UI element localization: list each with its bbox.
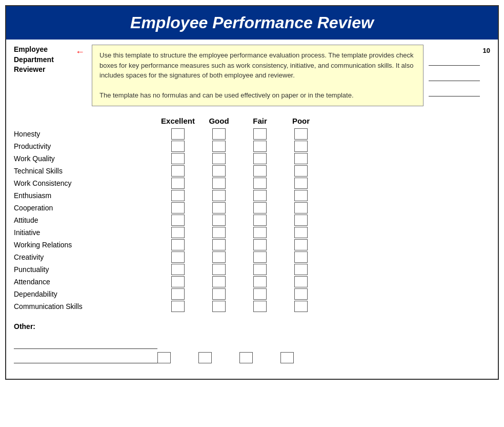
checkbox-excellent[interactable] — [171, 251, 185, 263]
other-cb-excellent[interactable] — [157, 352, 171, 363]
arrow-icon: ← — [75, 47, 85, 57]
other-cb-poor[interactable] — [280, 352, 294, 363]
checkbox-fair[interactable] — [253, 276, 267, 287]
checkbox-excellent[interactable] — [171, 276, 185, 287]
row-label: Cooperation — [14, 202, 157, 214]
other-cb-good[interactable] — [198, 352, 212, 363]
row-label: Attendance — [14, 276, 157, 287]
checkbox-fair[interactable] — [253, 165, 267, 177]
checkbox-good[interactable] — [212, 288, 226, 300]
other-line-1[interactable] — [14, 339, 157, 349]
row-label: Creativity — [14, 251, 157, 263]
checkbox-fair[interactable] — [253, 190, 267, 201]
checkbox-cell-good — [198, 165, 239, 177]
checkbox-cell-fair — [239, 202, 280, 214]
checkbox-poor[interactable] — [294, 215, 308, 226]
checkbox-good[interactable] — [212, 202, 226, 214]
checkbox-cell-fair — [239, 165, 280, 177]
checkbox-fair[interactable] — [253, 288, 267, 300]
checkbox-cell-fair — [239, 190, 280, 201]
checkbox-poor[interactable] — [294, 227, 308, 238]
checkbox-cell-poor — [280, 153, 321, 164]
page-title: Employee Performance Review — [11, 13, 493, 32]
checkbox-poor[interactable] — [294, 165, 308, 177]
checkbox-excellent[interactable] — [171, 202, 185, 214]
other-line-2[interactable] — [14, 353, 157, 363]
checkbox-poor[interactable] — [294, 190, 308, 201]
checkbox-cell-good — [198, 301, 239, 312]
col-good: Good — [198, 117, 239, 125]
checkbox-good[interactable] — [212, 153, 226, 164]
checkbox-good[interactable] — [212, 301, 226, 312]
checkbox-cell-good — [198, 288, 239, 300]
checkbox-fair[interactable] — [253, 227, 267, 238]
other-cb-fair[interactable] — [239, 352, 253, 363]
table-row: Creativity — [14, 251, 490, 263]
checkbox-good[interactable] — [212, 178, 226, 189]
checkbox-excellent[interactable] — [171, 227, 185, 238]
checkbox-poor[interactable] — [294, 178, 308, 189]
checkbox-fair[interactable] — [253, 215, 267, 226]
checkbox-poor[interactable] — [294, 202, 308, 214]
checkbox-poor[interactable] — [294, 128, 308, 140]
date-field: 10 — [429, 47, 490, 54]
other-lines-col — [14, 339, 157, 363]
checkbox-excellent[interactable] — [171, 141, 185, 152]
table-row: Attitude — [14, 215, 490, 226]
checkbox-poor[interactable] — [294, 264, 308, 275]
checkbox-good[interactable] — [212, 239, 226, 250]
checkbox-poor[interactable] — [294, 239, 308, 250]
row-label: Productivity — [14, 141, 157, 152]
checkbox-good[interactable] — [212, 251, 226, 263]
checkbox-good[interactable] — [212, 190, 226, 201]
checkbox-good[interactable] — [212, 276, 226, 287]
checkbox-cell-poor — [280, 276, 321, 287]
checkbox-excellent[interactable] — [171, 215, 185, 226]
checkbox-cell-fair — [239, 288, 280, 300]
checkbox-fair[interactable] — [253, 128, 267, 140]
row-label: Punctuality — [14, 264, 157, 275]
checkbox-excellent[interactable] — [171, 190, 185, 201]
checkbox-excellent[interactable] — [171, 239, 185, 250]
checkbox-excellent[interactable] — [171, 178, 185, 189]
row-label: Initiative — [14, 227, 157, 238]
checkbox-fair[interactable] — [253, 202, 267, 214]
checkbox-fair[interactable] — [253, 251, 267, 263]
row-label: Communication Skills — [14, 301, 157, 312]
checkbox-good[interactable] — [212, 165, 226, 177]
checkbox-poor[interactable] — [294, 251, 308, 263]
checkbox-poor[interactable] — [294, 288, 308, 300]
checkbox-cell-poor — [280, 178, 321, 189]
checkbox-fair[interactable] — [253, 178, 267, 189]
checkbox-excellent[interactable] — [171, 128, 185, 140]
checkbox-cell-good — [198, 227, 239, 238]
other-checkbox-fair[interactable] — [239, 352, 253, 363]
checkbox-poor[interactable] — [294, 153, 308, 164]
checkbox-good[interactable] — [212, 215, 226, 226]
checkbox-excellent[interactable] — [171, 165, 185, 177]
checkbox-poor[interactable] — [294, 141, 308, 152]
checkbox-good[interactable] — [212, 264, 226, 275]
checkbox-good[interactable] — [212, 128, 226, 140]
reviewer-field[interactable] — [429, 85, 480, 96]
department-field[interactable] — [429, 70, 480, 81]
checkbox-excellent[interactable] — [171, 301, 185, 312]
checkbox-excellent[interactable] — [171, 264, 185, 275]
checkbox-fair[interactable] — [253, 153, 267, 164]
checkbox-fair[interactable] — [253, 239, 267, 250]
other-checkbox-excellent[interactable] — [157, 352, 171, 363]
checkbox-poor[interactable] — [294, 276, 308, 287]
employee-field[interactable] — [429, 54, 480, 66]
checkbox-cell-good — [198, 264, 239, 275]
col-excellent: Excellent — [157, 117, 198, 125]
checkbox-poor[interactable] — [294, 301, 308, 312]
checkbox-fair[interactable] — [253, 301, 267, 312]
checkbox-excellent[interactable] — [171, 153, 185, 164]
other-checkbox-good[interactable] — [198, 352, 212, 363]
other-checkbox-poor[interactable] — [280, 352, 294, 363]
checkbox-fair[interactable] — [253, 264, 267, 275]
checkbox-excellent[interactable] — [171, 288, 185, 300]
checkbox-good[interactable] — [212, 227, 226, 238]
checkbox-good[interactable] — [212, 141, 226, 152]
checkbox-fair[interactable] — [253, 141, 267, 152]
